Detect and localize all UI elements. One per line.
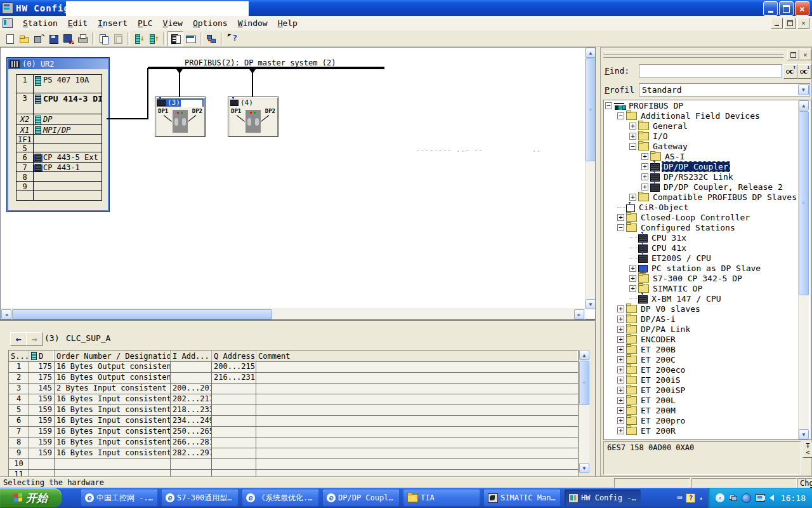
expander-icon[interactable]: + [617,366,624,373]
tree-item-et-200b[interactable]: +ET 200B [604,344,811,354]
network-button[interactable] [204,32,219,46]
globe-icon[interactable] [742,493,751,503]
expander-icon[interactable]: + [617,417,624,424]
close-button[interactable]: × [795,1,809,16]
tree-item-x-bm-147-cpu[interactable]: X-BM 147 / CPU [604,293,811,304]
rack-slot-6[interactable]: 6CP 443-5 Ext [16,152,102,163]
taskbar-task-tia[interactable]: TIA [403,490,480,506]
station-window-icon[interactable] [3,18,13,28]
expander-icon[interactable]: + [629,133,636,140]
vscroll-thumb[interactable]: ≡ [579,361,589,405]
table-row[interactable]: 117516 Bytes Output consistent200...215 [9,362,578,373]
catalog-close-button[interactable]: × [799,50,811,60]
address-overview-button[interactable] [183,32,198,46]
taskbar-task-dp-dp-couple[interactable]: eDP/DP Couple... [323,490,399,506]
vscroll-thumb[interactable]: ≡ [586,58,596,161]
expander-icon[interactable]: − [617,224,624,231]
taskbar-task-[interactable]: e中国工控网 -... [81,490,157,506]
scroll-down-icon[interactable]: ▼ [579,463,589,473]
tree-item-pc-station-as-dp-slave[interactable]: +PC station as DP Slave [604,263,811,273]
column-header-d[interactable]: D [29,351,55,361]
scroll-down-icon[interactable]: ▼ [586,299,596,309]
table-row[interactable]: 415916 Bytes Input consistent202...217 [9,394,578,405]
table-row[interactable]: 31452 Bytes Input consistent200...201 [9,384,578,394]
rack-slot-x2[interactable]: X2DP [16,114,102,125]
print-button[interactable] [75,32,90,46]
expander-icon[interactable]: − [629,143,636,150]
expander-icon[interactable]: + [617,316,624,323]
menu-help[interactable]: Help [273,17,303,29]
tree-item-profibus-dp[interactable]: −PROFIBUS DP [604,100,811,110]
copy-button[interactable] [96,32,111,46]
menu-options[interactable]: Options [188,17,233,29]
collapse-tray-icon[interactable]: ‹ [716,493,724,502]
back-button[interactable]: ← [10,332,27,346]
expander-icon[interactable]: + [629,275,636,282]
tree-item-dp-pa-link[interactable]: +DP/PA Link [604,324,811,334]
expander-icon[interactable]: − [605,102,612,109]
table-row[interactable]: 715916 Bytes Input consistent250...265 [9,427,578,438]
find-next-icon[interactable] [783,64,797,79]
expander-icon[interactable]: + [617,387,624,394]
tree-item-et-200m[interactable]: +ET 200M [604,405,811,415]
canvas-vscrollbar[interactable]: ▲ ≡ ▼ [585,48,596,309]
download-button[interactable] [132,32,147,46]
minimize-button[interactable] [763,1,778,16]
menu-plc[interactable]: PLC [133,17,157,29]
expander-icon[interactable]: + [641,153,648,160]
tree-item-dp-rs232c-link[interactable]: +DP/RS232C Link [604,171,811,182]
expander-icon[interactable]: + [617,336,624,343]
scroll-up-icon[interactable]: ▲ [799,100,809,110]
tree-item-cpu-41x[interactable]: CPU 41x [604,243,811,253]
rack-slot-x1[interactable]: X1MPI/DP [16,125,102,135]
catalog-grip[interactable] [603,55,783,58]
rack-slot-9[interactable]: 9 [16,182,102,191]
save-compile-button[interactable] [61,32,75,46]
hscroll-thumb[interactable] [12,309,272,319]
mdi-close-button[interactable]: × [797,18,809,29]
rack-slot-3[interactable]: 3CPU 414-3 DI [16,93,102,114]
node-titlebar[interactable]: (3) [157,98,204,107]
tree-item-encoder[interactable]: +ENCODER [604,334,811,344]
tree-item-et-200l[interactable]: +ET 200L [604,395,811,405]
table-row[interactable]: 10 [9,459,578,470]
save-button[interactable] [46,32,61,46]
hidden-icons-arrow-icon[interactable]: ▴ [699,495,702,501]
tree-item-compatible-profibus-dp-slaves[interactable]: +Compatible PROFIBUS DP Slaves [604,192,811,202]
catalog-button[interactable] [167,31,183,46]
expander-icon[interactable]: + [617,427,624,434]
expander-icon[interactable]: + [617,407,624,414]
tree-item-configured-stations[interactable]: −Configured Stations [604,222,811,232]
tree-item-et-200pro[interactable]: +ET 200pro [604,415,811,425]
dp-slave-node-3[interactable]: (3)DP1DP2 [155,97,206,137]
expander-icon[interactable]: + [617,356,624,363]
vscroll-thumb[interactable]: ≡ [799,111,809,295]
menu-edit[interactable]: Edit [63,17,93,29]
restore-button[interactable] [779,1,794,16]
taskbar-clock[interactable]: 16:18 [781,493,806,503]
tree-item-additional-field-devices[interactable]: −Additional Field Devices [604,110,811,121]
start-button[interactable]: 开始 [0,488,62,507]
rack-slot-7[interactable]: 7CP 443-1 [16,163,102,172]
expander-icon[interactable]: + [617,377,624,384]
table-row[interactable]: 615916 Bytes Input consistent234...249 [9,416,578,427]
tree-item-dp-dp-coupler-release-2[interactable]: +DP/DP Coupler, Release 2 [604,182,811,192]
volume-icon[interactable] [769,495,774,501]
menu-view[interactable]: View [158,17,188,29]
table-row[interactable]: 915916 Bytes Input consistent282...297 [9,448,578,459]
tree-item-i-o[interactable]: +I/O [604,131,811,141]
expander-icon[interactable]: + [641,163,648,170]
new-button[interactable] [3,32,17,46]
menu-station[interactable]: Station [18,17,63,29]
column-header-order-number-designation[interactable]: Order Number / Designation [55,351,171,361]
taskbar-task-simatic-mana[interactable]: SIMATIC Mana... [484,490,560,506]
station-canvas[interactable]: (0) UR2 1PS 407 10A3CPU 414-3 DIX2DPX1MP… [0,47,595,319]
tree-item-dp-as-i[interactable]: +DP/AS-i [604,314,811,324]
mdi-restore-button[interactable] [784,18,796,29]
expander-icon[interactable]: + [629,194,636,201]
tree-item-cir-object[interactable]: CiR-Object [604,202,811,212]
taskbar-task-hw-config[interactable]: HW Config - ... [565,490,641,506]
rack-slot-item[interactable] [16,191,102,200]
tree-item-closed-loop-controller[interactable]: +Closed-Loop Controller [604,212,811,222]
taskbar-task-[interactable]: e《系统最优化... [242,490,318,506]
